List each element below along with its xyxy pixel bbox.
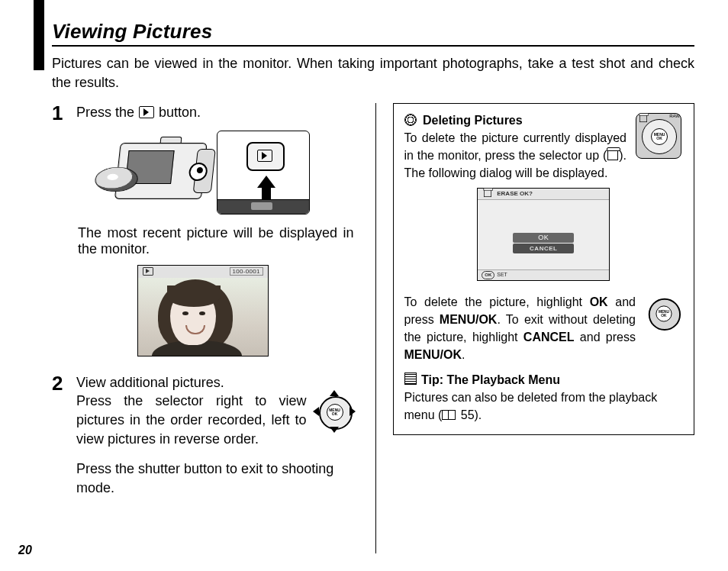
step-2-body: Press the selector right to view picture… <box>76 392 307 448</box>
section-header: Viewing Pictures <box>52 20 694 47</box>
step-1-result: The most recent picture will be displaye… <box>78 225 354 257</box>
tip-playback-body: Pictures can also be deleted from the pl… <box>404 389 684 424</box>
trash-icon <box>607 150 618 160</box>
page-number: 20 <box>18 544 32 557</box>
deleting-pictures-callout: Deleting Pictures To delete the picture … <box>393 103 695 435</box>
erase-dialog-set-pill: OK <box>482 271 494 279</box>
selector-dpad-with-labels-icon: MENU OK RAW <box>634 111 683 160</box>
page-ref-icon <box>442 410 456 420</box>
erase-dialog-title: ERASE OK? <box>497 189 533 198</box>
erase-dialog-set: SET <box>497 271 507 279</box>
step-1-text: Press the button. <box>76 103 354 122</box>
tip-bullet-icon <box>404 114 417 126</box>
step-2-number: 2 <box>52 373 69 498</box>
deleting-p2: To delete the picture, highlight OK and … <box>404 293 636 363</box>
right-column: Deleting Pictures To delete the picture … <box>376 103 695 553</box>
playback-button-closeup <box>217 131 310 215</box>
step-2: 2 View additional pictures. Press the se… <box>52 373 354 498</box>
step-1-number: 1 <box>52 103 69 123</box>
playback-icon <box>257 150 272 162</box>
playback-icon <box>139 106 154 118</box>
left-column: 1 Press the button. <box>52 103 375 553</box>
step-2-head: View additional pictures. <box>76 373 354 392</box>
playback-icon <box>143 267 153 276</box>
trash-icon <box>639 115 647 122</box>
camera-body-drawing <box>92 131 216 208</box>
deleting-p1: To delete the picture currently displaye… <box>404 131 627 179</box>
erase-confirm-dialog: ERASE OK? OK CANCEL OK SET <box>477 188 610 281</box>
erase-dialog-cancel: CANCEL <box>513 244 574 253</box>
step-1: 1 Press the button. <box>52 103 354 123</box>
selector-dpad-icon: MENU OK <box>314 392 354 431</box>
deleting-head: Deleting Pictures <box>423 114 523 127</box>
lcd-sample-image: 100-0001 <box>52 265 354 356</box>
selector-dpad-icon: MENU OK <box>644 294 682 332</box>
section-tab <box>34 0 44 70</box>
note-icon <box>404 373 417 385</box>
trash-icon <box>484 190 491 197</box>
sample-photo <box>138 278 268 356</box>
tip-playback-head: Tip: The Playback Menu <box>421 373 560 386</box>
intro-paragraph: Pictures can be viewed in the monitor. W… <box>52 54 694 92</box>
page-title: Viewing Pictures <box>52 20 694 44</box>
camera-illustration <box>52 131 354 215</box>
lcd-frame-number: 100-0001 <box>230 267 263 276</box>
step-2-exit: Press the shutter button to exit to shoo… <box>76 460 354 498</box>
erase-dialog-ok: OK <box>513 233 574 243</box>
